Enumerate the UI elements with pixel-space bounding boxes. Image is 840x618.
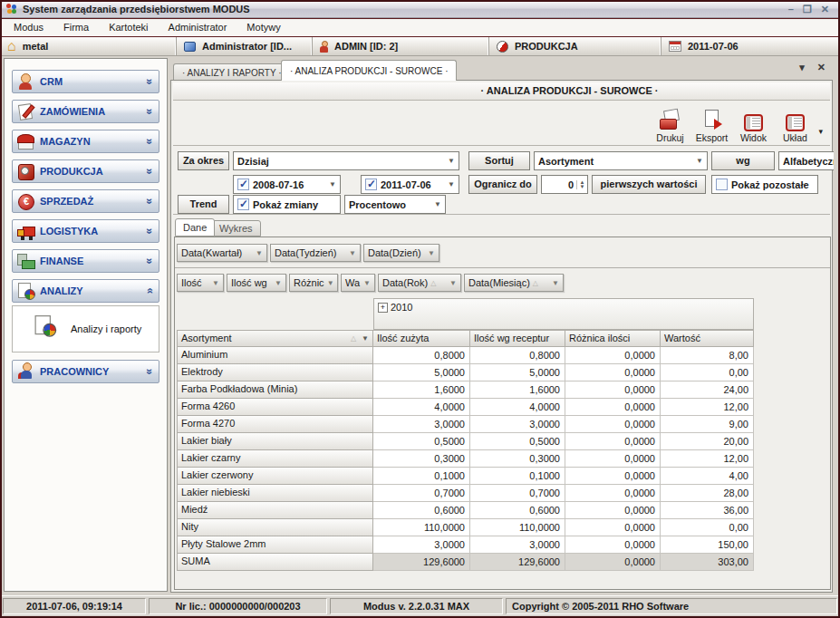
sidebar-item-magazyn[interactable]: MAGAZYN » — [12, 130, 159, 153]
row-field-header[interactable]: Asortyment △ ▼ — [177, 330, 373, 347]
sidebar-item-analizy[interactable]: ANALIZY » — [12, 279, 159, 303]
tab-dane[interactable]: Dane — [175, 218, 215, 237]
wg-value-field[interactable]: Alfabetycznie — [778, 151, 834, 170]
menu-item[interactable]: Modus — [4, 19, 53, 36]
expand-icon[interactable] — [378, 303, 388, 313]
column-header[interactable]: Ilość wg receptur — [470, 330, 565, 347]
sortuj-button[interactable]: Sortuj — [468, 151, 530, 170]
menu-item[interactable]: Administrator — [159, 19, 237, 36]
sidebar-item-finanse[interactable]: FINANSE » — [12, 249, 159, 273]
chevron-up-icon: » — [146, 288, 155, 295]
pokaz-zmiany-field[interactable]: Pokaż zmiany — [233, 195, 341, 214]
date-cell[interactable]: 2011-07-06 — [661, 37, 840, 55]
tab-analizy-i-raporty[interactable]: · ANALIZY I RAPORTY · — [173, 63, 290, 81]
field-data-tydzien[interactable]: Data(Tydzień) ▼ — [270, 244, 361, 262]
row-header-cell[interactable]: Miedź — [177, 502, 373, 519]
user-cell[interactable]: ADMIN [ID: 2] — [313, 37, 489, 55]
table-row: Forma 4260 4,0000 4,0000 0,0000 12,00 — [177, 399, 754, 416]
date-to-checkbox[interactable] — [365, 179, 377, 190]
tab-analiza-produkcji-surowce[interactable]: · ANALIZA PRODUKCJI - SUROWCE · — [281, 60, 457, 81]
layout-button[interactable]: Układ — [775, 102, 815, 144]
sales-icon — [16, 192, 35, 210]
row-header-cell[interactable]: Lakier czerwony — [177, 468, 373, 485]
row-header-cell[interactable]: Lakier czarny — [177, 450, 373, 468]
limit-spinner[interactable]: 0 ▲▼ — [541, 175, 588, 194]
menu-item[interactable]: Kartoteki — [99, 19, 158, 36]
row-header-cell[interactable]: Płyty Stalowe 2mm — [177, 536, 373, 554]
pokaz-zmiany-checkbox[interactable] — [237, 198, 249, 210]
column-header[interactable]: Wartość — [661, 330, 754, 347]
sidebar-item-logistyka[interactable]: LOGISTYKA » — [12, 219, 159, 243]
value-cell: 0,5000 — [373, 433, 470, 450]
ogranicz-do-button[interactable]: Ogranicz do — [468, 175, 537, 194]
row-header-cell[interactable]: Forma 4270 — [177, 416, 373, 433]
row-header-cell[interactable]: Nity — [177, 519, 373, 536]
menu-item[interactable]: Firma — [53, 19, 99, 36]
date-from-field[interactable]: 2008-07-16 ▼ — [233, 175, 341, 194]
sort-combo[interactable]: Asortyment ▼ — [534, 151, 708, 170]
za-okres-button[interactable]: Za okres — [178, 151, 229, 170]
dropdown-arrow-icon: ▼ — [363, 279, 371, 287]
row-header-cell[interactable]: Lakier niebieski — [177, 485, 373, 502]
field-ilosc-wg[interactable]: Ilość wg ▼ — [227, 274, 286, 292]
zmiany-mode-combo[interactable]: Procentowo ▼ — [344, 195, 446, 214]
chevron-down-icon: » — [146, 369, 155, 375]
column-header[interactable]: Ilość zużyta — [373, 330, 470, 347]
value-cell: 0,0000 — [565, 519, 661, 536]
tab-close-icon[interactable]: ✕ — [817, 62, 826, 73]
field-data-dzien[interactable]: Data(Dzień) ▼ — [363, 244, 439, 262]
toolbar-overflow-icon[interactable]: ▾ — [818, 127, 823, 136]
table-row: Lakier niebieski 0,7000 0,7000 0,0000 28… — [177, 485, 754, 502]
field-roznica[interactable]: Różnic ▼ — [289, 274, 338, 292]
field-data-kwartal[interactable]: Data(Kwartał) ▼ — [177, 244, 267, 262]
sidebar-item-analizy-i-raporty[interactable]: Analizy i raporty — [12, 305, 159, 352]
pokaz-pozostale-field[interactable]: Pokaż pozostałe — [711, 175, 818, 194]
table-row: Lakier czarny 0,3000 0,3000 0,0000 12,00 — [177, 450, 754, 468]
sidebar-item-pracownicy[interactable]: PRACOWNICY » — [12, 360, 159, 383]
field-wartosc[interactable]: Wa ▼ — [341, 274, 375, 292]
operator-cell[interactable]: Administrator [ID... — [177, 37, 313, 55]
row-header-cell[interactable]: Aluminium — [177, 347, 373, 364]
menu-item[interactable]: Motywy — [237, 19, 290, 36]
value-cell: 0,1000 — [470, 468, 565, 485]
wg-button[interactable]: wg — [711, 151, 775, 170]
sidebar-item-produkcja[interactable]: PRODUKCJA » — [12, 159, 159, 183]
value-cell: 129,6000 — [373, 554, 470, 571]
module-cell[interactable]: PRODUKCJA — [489, 37, 661, 55]
chevron-down-icon: » — [146, 139, 155, 145]
view-button[interactable]: Widok — [733, 102, 773, 144]
tab-wykres[interactable]: Wykres — [211, 220, 261, 237]
company-cell[interactable]: ⌂ metal — [0, 37, 177, 55]
trend-button[interactable]: Trend — [178, 195, 229, 214]
print-button[interactable]: Drukuj — [650, 102, 690, 144]
sidebar-item-sprzedaz[interactable]: SPRZEDAŻ » — [12, 189, 159, 213]
application-window: System zarządzania przedsiębiorstwem MOD… — [0, 0, 840, 618]
field-data-miesiac[interactable]: Data(Miesiąc) △ ▼ — [464, 274, 564, 292]
table-row: SUMA 129,6000 129,6000 0,0000 303,00 — [177, 554, 754, 571]
pokaz-pozostale-checkbox[interactable] — [716, 179, 728, 190]
field-data-rok[interactable]: Data(Rok) △ ▼ — [378, 274, 461, 292]
row-header-cell[interactable]: Lakier biały — [177, 433, 373, 450]
date-from-checkbox[interactable] — [237, 179, 249, 190]
date-to-field[interactable]: 2011-07-06 ▼ — [361, 175, 459, 194]
minimize-icon[interactable]: – — [788, 3, 794, 15]
sidebar-item-zamowienia[interactable]: ZAMÓWIENIA » — [12, 100, 159, 123]
row-header-cell[interactable]: Forma 4260 — [177, 399, 373, 416]
value-cell: 129,6000 — [470, 554, 565, 571]
period-combo[interactable]: Dzisiaj ▼ — [233, 151, 459, 170]
pierwszych-wartosci-button[interactable]: pierwszych wartości — [592, 175, 706, 194]
maximize-icon[interactable]: ❐ — [803, 3, 812, 15]
sidebar-item-crm[interactable]: CRM » — [12, 70, 159, 93]
dropdown-arrow-icon: ▼ — [449, 279, 457, 287]
row-header-cell[interactable]: Elektrody — [177, 364, 373, 381]
field-ilosc[interactable]: Ilość ▼ — [177, 274, 224, 292]
value-cell: 36,00 — [661, 502, 754, 519]
export-button[interactable]: Eksport — [691, 102, 731, 144]
column-header[interactable]: Różnica ilości — [565, 330, 661, 347]
row-header-cell[interactable]: Farba Podkładowa (Minia) — [177, 381, 373, 399]
spinner-arrows-icon[interactable]: ▲▼ — [576, 180, 587, 189]
tab-list-dropdown-icon[interactable]: ▾ — [799, 62, 805, 73]
close-icon[interactable]: ✕ — [821, 3, 829, 15]
row-header-cell[interactable]: SUMA — [177, 554, 373, 571]
company-name: metal — [23, 41, 49, 52]
